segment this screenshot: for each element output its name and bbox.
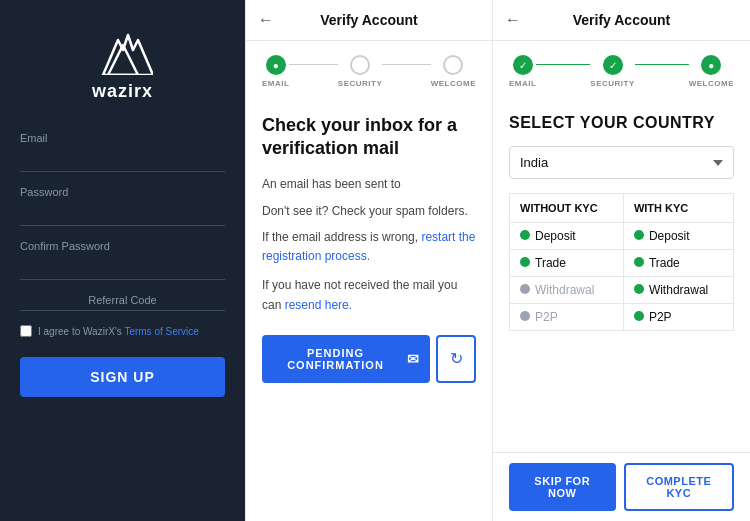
terms-link[interactable]: Terms of Service — [124, 326, 198, 337]
step-security-label-c: SECURITY — [590, 79, 634, 88]
back-arrow-country-icon[interactable]: ← — [505, 11, 521, 29]
country-heading: SELECT YOUR COUNTRY — [509, 114, 734, 132]
resend-link[interactable]: resend here. — [285, 298, 352, 312]
verify-resend: If you have not received the mail you ca… — [262, 276, 476, 314]
password-input[interactable] — [20, 202, 225, 226]
step-line-2 — [382, 64, 430, 65]
terms-text: I agree to WazirX's Terms of Service — [38, 326, 199, 337]
with-kyc-header: WITH KYC — [623, 194, 733, 223]
confirm-password-field-group: Confirm Password — [20, 240, 225, 280]
terms-checkbox[interactable] — [20, 325, 32, 337]
refresh-button[interactable]: ↻ — [436, 335, 476, 383]
step-email-circle: ● — [266, 55, 286, 75]
country-select[interactable]: India USA UK — [509, 146, 734, 179]
dot-green-icon — [520, 230, 530, 240]
trade-without: Trade — [510, 250, 624, 277]
step-welcome: WELCOME — [431, 55, 476, 88]
dot-green-icon — [634, 230, 644, 240]
pending-button-label: PENDING CONFIRMATION — [272, 347, 399, 371]
kyc-comparison-table: WITHOUT KYC WITH KYC Deposit Deposit Tra… — [509, 193, 734, 331]
deposit-without: Deposit — [510, 223, 624, 250]
verify-restart: If the email address is wrong, restart t… — [262, 228, 476, 266]
password-field-group: Password — [20, 186, 225, 226]
step-security-label: SECURITY — [338, 79, 382, 88]
verify-email-title: Verify Account — [320, 12, 418, 28]
verify-body-sent: An email has been sent to — [262, 175, 476, 194]
step-security-c: ✓ SECURITY — [590, 55, 634, 88]
country-content: SELECT YOUR COUNTRY India USA UK WITHOUT… — [493, 98, 750, 452]
confirm-password-input[interactable] — [20, 256, 225, 280]
step-line-1 — [289, 64, 337, 65]
step-email: ● EMAIL — [262, 55, 289, 88]
step-security: SECURITY — [338, 55, 382, 88]
logo-text: wazirx — [92, 81, 153, 102]
pending-confirmation-button[interactable]: PENDING CONFIRMATION ✉ — [262, 335, 430, 383]
signup-form: Email Password Confirm Password Referral… — [20, 132, 225, 397]
step-email-c: ✓ EMAIL — [509, 55, 536, 88]
step-line-c1 — [536, 64, 590, 65]
table-row: Trade Trade — [510, 250, 734, 277]
withdrawal-with: Withdrawal — [623, 277, 733, 304]
step-email-label: EMAIL — [262, 79, 289, 88]
select-country-panel: ← Verify Account ✓ EMAIL ✓ SECURITY ● WE… — [493, 0, 750, 521]
p2p-with: P2P — [623, 304, 733, 331]
email-label: Email — [20, 132, 225, 144]
verify-email-content: Check your inbox for a verification mail… — [246, 98, 492, 521]
verify-email-panel: ← Verify Account ● EMAIL SECURITY WELCOM… — [245, 0, 493, 521]
step-welcome-label: WELCOME — [431, 79, 476, 88]
terms-row: I agree to WazirX's Terms of Service — [20, 325, 225, 337]
signup-button[interactable]: SIGN UP — [20, 357, 225, 397]
verify-heading: Check your inbox for a verification mail — [262, 114, 476, 161]
pending-btn-row: PENDING CONFIRMATION ✉ ↻ — [262, 335, 476, 383]
logo-container: wazirx — [92, 30, 153, 102]
signup-panel: wazirx Email Password Confirm Password R… — [0, 0, 245, 521]
password-label: Password — [20, 186, 225, 198]
table-row: Withdrawal Withdrawal — [510, 277, 734, 304]
step-welcome-c: ● WELCOME — [689, 55, 734, 88]
verify-email-stepper: ● EMAIL SECURITY WELCOME — [246, 41, 492, 98]
without-kyc-header: WITHOUT KYC — [510, 194, 624, 223]
dot-green-icon — [520, 257, 530, 267]
step-security-circle-c: ✓ — [603, 55, 623, 75]
step-welcome-circle — [443, 55, 463, 75]
select-country-title: Verify Account — [573, 12, 671, 28]
confirm-password-label: Confirm Password — [20, 240, 225, 252]
select-country-header: ← Verify Account — [493, 0, 750, 41]
refresh-icon: ↻ — [450, 349, 463, 368]
mail-icon: ✉ — [407, 351, 420, 367]
deposit-with: Deposit — [623, 223, 733, 250]
table-row: Deposit Deposit — [510, 223, 734, 250]
withdrawal-without: Withdrawal — [510, 277, 624, 304]
step-welcome-label-c: WELCOME — [689, 79, 734, 88]
email-field-group: Email — [20, 132, 225, 172]
step-security-circle — [350, 55, 370, 75]
step-email-label-c: EMAIL — [509, 79, 536, 88]
verify-email-header: ← Verify Account — [246, 0, 492, 41]
email-input[interactable] — [20, 148, 225, 172]
dot-gray-icon — [520, 311, 530, 321]
dot-green-icon — [634, 311, 644, 321]
p2p-without: P2P — [510, 304, 624, 331]
referral-field-group: Referral Code — [20, 294, 225, 311]
dot-green-icon — [634, 284, 644, 294]
dot-gray-icon — [520, 284, 530, 294]
step-email-circle-c: ✓ — [513, 55, 533, 75]
wazirx-logo-icon — [93, 30, 153, 75]
table-row: P2P P2P — [510, 304, 734, 331]
complete-kyc-button[interactable]: COMPLETE KYC — [624, 463, 735, 511]
referral-label: Referral Code — [20, 294, 225, 311]
country-stepper: ✓ EMAIL ✓ SECURITY ● WELCOME — [493, 41, 750, 98]
kyc-footer: SKIP FOR NOW COMPLETE KYC — [493, 452, 750, 521]
verify-spam-notice: Don't see it? Check your spam folders. — [262, 204, 476, 218]
step-line-c2 — [635, 64, 689, 65]
skip-for-now-button[interactable]: SKIP FOR NOW — [509, 463, 616, 511]
step-welcome-circle-c: ● — [701, 55, 721, 75]
back-arrow-icon[interactable]: ← — [258, 11, 274, 29]
trade-with: Trade — [623, 250, 733, 277]
dot-green-icon — [634, 257, 644, 267]
